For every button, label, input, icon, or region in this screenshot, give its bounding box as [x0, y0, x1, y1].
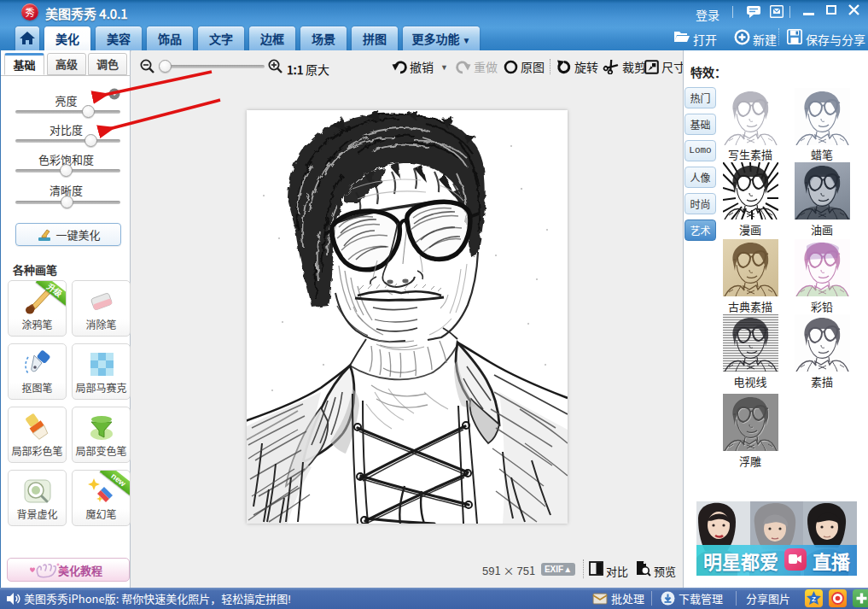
- svg-text:Z: Z: [812, 594, 816, 603]
